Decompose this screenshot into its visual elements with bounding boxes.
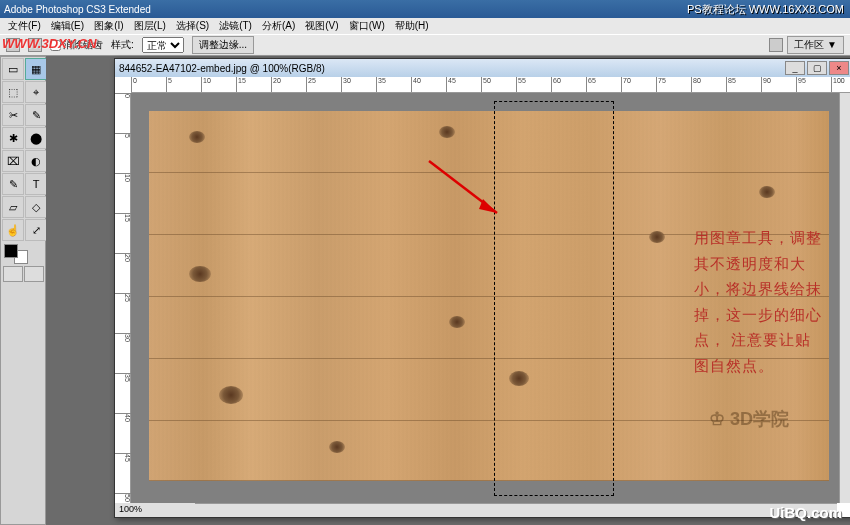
scrollbar-vertical[interactable]	[839, 93, 850, 503]
brush-tool[interactable]: ⬤	[25, 127, 47, 149]
status-zoom[interactable]: 100%	[115, 503, 195, 517]
crop-tool[interactable]: ✂	[2, 104, 24, 126]
close-button[interactable]: ×	[829, 61, 849, 75]
zoom-tool[interactable]: ⤢	[25, 219, 47, 241]
toolbox: ▭ ▦ ⬚ ⌖ ✂ ✎ ✱ ⬤ ⌧ ◐ ✎ T ▱ ◇ ☝ ⤢	[0, 56, 46, 525]
quickmask-standard[interactable]	[3, 266, 23, 282]
quickmask-mask[interactable]	[24, 266, 44, 282]
watermark-top-right: PS教程论坛 WWW.16XX8.COM	[687, 2, 844, 17]
marquee-tool[interactable]: ▦	[25, 58, 47, 80]
history-brush-tool[interactable]: ◐	[25, 150, 47, 172]
menu-window[interactable]: 窗口(W)	[345, 19, 389, 33]
watermark-bottom-right: UiBQ.com	[769, 504, 842, 521]
minimize-button[interactable]: _	[785, 61, 805, 75]
menu-analysis[interactable]: 分析(A)	[258, 19, 299, 33]
canvas[interactable]: 用图章工具，调整其不透明度和大小，将边界线给抹掉，这一步的细心点， 注意要让贴图…	[149, 111, 829, 481]
pen-tool[interactable]: ▱	[2, 196, 24, 218]
eyedropper-tool[interactable]: ✎	[25, 104, 47, 126]
options-bar: 消除锯齿 样式: 正常 调整边缘... 工作区 ▼	[0, 34, 850, 56]
menu-filter[interactable]: 滤镜(T)	[215, 19, 256, 33]
style-label: 样式:	[111, 38, 134, 52]
type-tool[interactable]: T	[25, 173, 47, 195]
annotation-text: 用图章工具，调整其不透明度和大小，将边界线给抹掉，这一步的细心点， 注意要让贴图…	[694, 226, 824, 379]
refine-edge-button[interactable]: 调整边缘...	[192, 36, 254, 54]
stamp-tool[interactable]: ⌧	[2, 150, 24, 172]
ruler-horizontal: 0510152025303540455055606570758085909510…	[131, 77, 850, 93]
shape-tool[interactable]: ◇	[25, 196, 47, 218]
menu-bar: 文件(F) 编辑(E) 图象(I) 图层(L) 选择(S) 滤镜(T) 分析(A…	[0, 18, 850, 34]
document-window: 844652-EA47102-embed.jpg @ 100%(RGB/8) _…	[114, 58, 850, 518]
ruler-vertical: 05101520253035404550	[115, 93, 131, 503]
menu-edit[interactable]: 编辑(E)	[47, 19, 88, 33]
app-title: Adobe Photoshop CS3 Extended	[4, 4, 151, 15]
workspace-icon[interactable]	[769, 38, 783, 52]
menu-select[interactable]: 选择(S)	[172, 19, 213, 33]
menu-file[interactable]: 文件(F)	[4, 19, 45, 33]
watermark-canvas-logo: ♔ 3D学院	[709, 407, 789, 431]
color-swatches[interactable]	[2, 242, 47, 264]
menu-image[interactable]: 图象(I)	[90, 19, 127, 33]
eraser-tool[interactable]: ✎	[2, 173, 24, 195]
document-titlebar[interactable]: 844652-EA47102-embed.jpg @ 100%(RGB/8) _…	[115, 59, 850, 77]
work-area: 844652-EA47102-embed.jpg @ 100%(RGB/8) _…	[46, 56, 850, 525]
move-tool[interactable]: ▭	[2, 58, 24, 80]
hand-tool[interactable]: ☝	[2, 219, 24, 241]
annotation-arrow-icon	[419, 151, 519, 231]
menu-view[interactable]: 视图(V)	[301, 19, 342, 33]
wand-tool[interactable]: ⌖	[25, 81, 47, 103]
scrollbar-horizontal[interactable]	[131, 503, 837, 517]
menu-help[interactable]: 帮助(H)	[391, 19, 433, 33]
canvas-viewport[interactable]: 用图章工具，调整其不透明度和大小，将边界线给抹掉，这一步的细心点， 注意要让贴图…	[131, 93, 850, 503]
heal-tool[interactable]: ✱	[2, 127, 24, 149]
maximize-button[interactable]: ▢	[807, 61, 827, 75]
workspace-dropdown[interactable]: 工作区 ▼	[787, 36, 844, 54]
document-title: 844652-EA47102-embed.jpg @ 100%(RGB/8)	[119, 63, 325, 74]
menu-layer[interactable]: 图层(L)	[130, 19, 170, 33]
foreground-color[interactable]	[4, 244, 18, 258]
lasso-tool[interactable]: ⬚	[2, 81, 24, 103]
style-select[interactable]: 正常	[142, 37, 184, 53]
watermark-top-left: WWW.3DXY.CN	[2, 36, 97, 51]
